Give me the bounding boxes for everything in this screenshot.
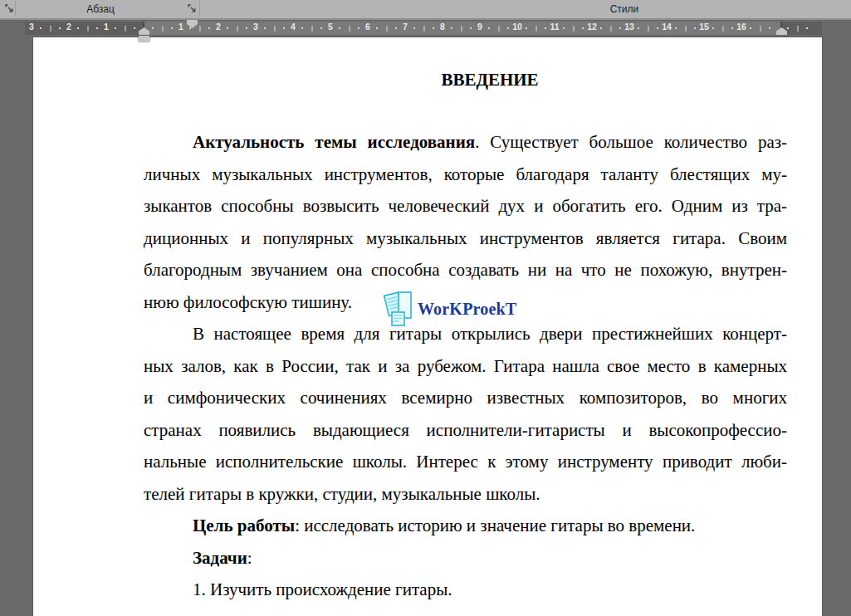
text-line[interactable]: зыкантов способны возвысить человеческий…	[144, 190, 787, 222]
text-run: : исследовать историю и значение гитары …	[295, 516, 695, 535]
ruler-number: 4	[291, 22, 296, 35]
ruler-number: 3	[29, 22, 34, 35]
ruler-tick	[395, 27, 397, 29]
text-run: благородным звучанием она способна созда…	[144, 260, 787, 280]
ruler-tick	[750, 27, 751, 29]
documents-icon	[383, 290, 416, 328]
text-run: странах появились выдающиеся исполнители…	[144, 420, 787, 440]
ruler-tick	[274, 26, 275, 32]
ruler-tick	[208, 27, 210, 29]
ruler-tick	[162, 26, 163, 32]
ruler-tick	[685, 26, 686, 32]
ruler-number: 5	[328, 22, 333, 35]
ruler-tick	[40, 27, 42, 29]
document-body: Актуальность темы исследования. Существу…	[144, 126, 787, 606]
text-line[interactable]: и симфонических сочинениях всемирно изве…	[144, 382, 787, 414]
text-run: нальные исполнительские школы. Интерес к…	[144, 452, 787, 472]
ruler-tick	[722, 26, 723, 32]
group-separator	[199, 1, 200, 17]
ruler-tick	[582, 27, 584, 29]
ruler-tick	[600, 27, 602, 29]
ruler-tick	[610, 26, 611, 32]
ruler-tick	[264, 27, 266, 29]
left-indent-marker[interactable]	[139, 36, 149, 42]
ruler-number: 1	[179, 22, 183, 35]
ruler-tick	[77, 27, 79, 29]
text-line[interactable]: странах появились выдающиеся исполнители…	[144, 414, 787, 447]
text-run: 1. Изучить происхождение гитары.	[193, 579, 452, 599]
dialog-launcher-font-icon[interactable]	[4, 3, 16, 15]
ruler-tick	[488, 27, 490, 29]
text-run: и симфонических сочинениях всемирно изве…	[144, 388, 787, 408]
text-run: :	[247, 548, 252, 568]
ruler-number: 15	[699, 22, 709, 35]
ruler-tick	[536, 26, 536, 32]
ruler-number: 3	[253, 22, 258, 35]
ruler-tick	[386, 26, 387, 32]
ruler-tick	[199, 26, 200, 32]
ruler-tick	[134, 27, 135, 29]
ruler-tick	[50, 26, 51, 32]
ruler-tick	[59, 27, 61, 29]
ruler-tick	[769, 27, 770, 29]
ruler-tick	[339, 27, 340, 29]
text-line[interactable]: личных музыкальных инструментов, которые…	[144, 159, 787, 191]
text-line[interactable]: Цель работы: исследовать историю и значе…	[144, 510, 787, 542]
ribbon-strip: Абзац Стили	[0, 0, 851, 20]
text-line[interactable]: телей гитары в кружки, студии, музыкальн…	[144, 478, 787, 511]
text-line[interactable]: Задачи:	[144, 542, 787, 574]
text-run: диционных и популярных музыкальных инстр…	[144, 228, 787, 248]
ruler-tick	[320, 27, 322, 29]
ruler-tick	[806, 27, 808, 29]
text-line[interactable]: ных залов, как в России, так и за рубежо…	[144, 350, 787, 383]
bold-run: Задачи	[193, 548, 247, 568]
ruler-number: 2	[216, 22, 221, 35]
text-line[interactable]: Актуальность темы исследования. Существу…	[144, 126, 787, 159]
ruler-tick	[125, 26, 125, 32]
text-run: ных залов, как в России, так и за рубежо…	[144, 356, 787, 376]
bold-run: Цель работы	[193, 516, 295, 535]
text-line[interactable]: 1. Изучить происхождение гитары.	[144, 574, 787, 606]
ruler-number: 14	[662, 22, 672, 35]
ruler-tick	[563, 27, 565, 29]
ruler-tick	[545, 27, 546, 29]
ruler-tick	[171, 27, 173, 29]
document-title[interactable]: ВВЕДЕНИЕ	[144, 69, 787, 90]
text-run: личных музыкальных инструментов, которые…	[144, 164, 787, 184]
text-run: зыкантов способны возвысить человеческий…	[144, 196, 787, 216]
ruler-number: 6	[365, 22, 370, 35]
text-line[interactable]: благородным звучанием она способна созда…	[144, 254, 787, 286]
text-line[interactable]: диционных и популярных музыкальных инстр…	[144, 222, 787, 255]
ruler-tick	[237, 26, 237, 32]
ruler-tick	[283, 27, 285, 29]
ruler-tick	[573, 26, 574, 32]
ruler-tick	[189, 27, 191, 29]
dialog-launcher-paragraph-icon[interactable]	[187, 3, 198, 15]
ruler-tick	[227, 27, 228, 29]
text-run: телей гитары в кружки, студии, музыкальн…	[144, 484, 540, 504]
text-run: нюю философскую тишину.	[144, 292, 352, 312]
ruler-tick	[413, 27, 415, 29]
ruler-tick	[301, 27, 303, 29]
bold-run: Актуальность темы исследования	[193, 132, 475, 152]
ruler-tick	[358, 27, 359, 29]
ruler-number: 11	[550, 22, 559, 35]
ruler-tick	[115, 27, 116, 29]
ruler-number: 1	[104, 22, 109, 35]
document-page[interactable]: ВВЕДЕНИЕ Актуальность темы исследования.…	[33, 37, 822, 616]
ribbon-group-label-styles: Стили	[500, 0, 749, 18]
ruler-tick	[619, 27, 621, 29]
workproekt-logo[interactable]: WorKProekT	[383, 290, 516, 328]
ruler-number: 13	[624, 22, 634, 35]
ruler-tick	[433, 27, 434, 29]
ruler-tick	[760, 26, 761, 32]
logo-text: WorKProekT	[418, 300, 516, 319]
ruler-tick	[648, 26, 648, 32]
ruler-tick	[507, 27, 509, 29]
ruler-tick	[787, 27, 789, 29]
ruler-tick	[797, 26, 798, 32]
ruler-tick	[461, 26, 462, 32]
ruler-number: 9	[477, 22, 482, 35]
text-line[interactable]: нальные исполнительские школы. Интерес к…	[144, 446, 787, 478]
ruler[interactable]: 12345678910111213141516123	[25, 22, 822, 35]
